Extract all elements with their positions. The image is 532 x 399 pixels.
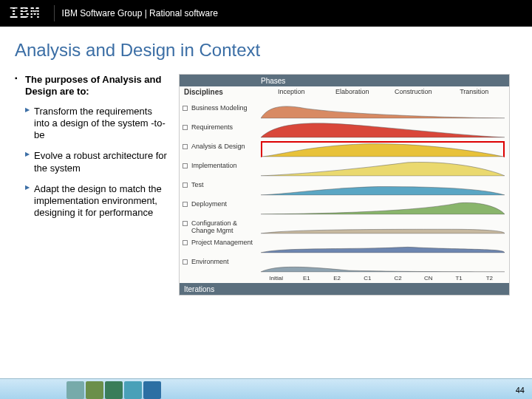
bullet-item: Evolve a robust architecture for the sys… <box>15 150 168 174</box>
iter-label: CN <box>413 275 443 282</box>
iter-label: C1 <box>352 275 383 282</box>
page-number: 44 <box>516 386 525 395</box>
iter-label: T1 <box>444 275 474 282</box>
phase-label: Inception <box>261 88 322 98</box>
bullet-column: The purposes of Analysis and Design are … <box>15 74 168 296</box>
checkbox-icon <box>183 240 188 245</box>
header-subtitle: IBM Software Group | Rational software <box>62 8 218 18</box>
hump-band <box>261 256 505 273</box>
discipline-row: Environment <box>180 255 509 274</box>
checkbox-icon <box>183 106 188 111</box>
checkbox-icon <box>183 163 188 168</box>
discipline-label: Implementation <box>191 163 258 170</box>
footer-icon <box>143 381 161 399</box>
discipline-row: Test <box>180 178 509 197</box>
ibm-logo: IBM <box>9 4 47 23</box>
divider <box>54 5 55 21</box>
discipline-label: Project Management <box>191 239 258 247</box>
discipline-row: Analysis & Design <box>180 140 509 159</box>
hump-band <box>261 199 505 215</box>
discipline-row: Business Modeling <box>180 101 509 120</box>
discipline-row: Configuration & Change Mgmt <box>180 216 509 236</box>
discipline-label: Business Modeling <box>191 105 258 112</box>
discipline-label: Environment <box>191 259 258 266</box>
discipline-row: Project Management <box>180 236 509 255</box>
hump-band <box>261 103 505 119</box>
phases-header: Phases <box>180 75 509 86</box>
hump-band <box>261 141 505 157</box>
checkbox-icon <box>183 125 188 130</box>
discipline-rows: Business ModelingRequirementsAnalysis & … <box>180 101 509 274</box>
hump-band <box>261 218 505 234</box>
iter-label: E2 <box>322 275 352 282</box>
hump-band <box>261 160 505 177</box>
checkbox-icon <box>183 221 188 226</box>
bullet-item: Transform the requirements into a design… <box>15 106 168 142</box>
discipline-label: Test <box>191 182 258 189</box>
iter-label: C2 <box>383 275 413 282</box>
iterations-header: Iterations <box>180 283 509 295</box>
discipline-row: Implementation <box>180 159 509 178</box>
discipline-label: Requirements <box>191 124 258 132</box>
content-row: The purposes of Analysis and Design are … <box>15 74 517 296</box>
hump-band <box>261 122 505 138</box>
hump-band <box>261 237 505 253</box>
slide-title: Analysis and Design in Context <box>15 40 517 61</box>
discipline-label: Analysis & Design <box>191 143 258 151</box>
iter-label: E1 <box>291 275 321 282</box>
checkbox-icon <box>183 202 188 207</box>
iter-label: T2 <box>474 275 505 282</box>
checkbox-icon <box>183 259 188 265</box>
footer-bar: 44 <box>0 378 532 399</box>
phase-label: Transition <box>444 88 505 98</box>
footer-icon <box>124 381 142 399</box>
footer-icons <box>66 378 200 399</box>
rup-hump-diagram: Phases Disciplines Inception Elaboration… <box>179 74 510 296</box>
phase-label: Elaboration <box>322 88 383 98</box>
iteration-labels: Initial E1 E2 C1 C2 CN T1 T2 <box>261 275 505 282</box>
phase-label: Construction <box>383 88 444 98</box>
discipline-row: Requirements <box>180 120 509 140</box>
diagram-column: Phases Disciplines Inception Elaboration… <box>179 74 517 296</box>
discipline-row: Deployment <box>180 197 509 216</box>
header-bar: IBM IBM Software Group | Rational softwa… <box>0 0 532 27</box>
disciplines-header: Disciplines <box>184 88 223 96</box>
bullet-item: Adapt the design to match the implementa… <box>15 183 168 219</box>
phase-labels: Inception Elaboration Construction Trans… <box>261 88 505 98</box>
hump-band <box>261 180 505 196</box>
footer-icon <box>105 381 123 399</box>
checkbox-icon <box>183 144 188 149</box>
footer-icon <box>66 381 84 399</box>
discipline-label: Deployment <box>191 201 258 208</box>
bullet-heading: The purposes of Analysis and Design are … <box>15 74 168 98</box>
footer-icon <box>86 381 103 399</box>
slide-body: Analysis and Design in Context The purpo… <box>0 27 532 296</box>
checkbox-icon <box>183 183 188 188</box>
discipline-label: Configuration & Change Mgmt <box>191 220 258 235</box>
iter-label: Initial <box>261 275 291 282</box>
